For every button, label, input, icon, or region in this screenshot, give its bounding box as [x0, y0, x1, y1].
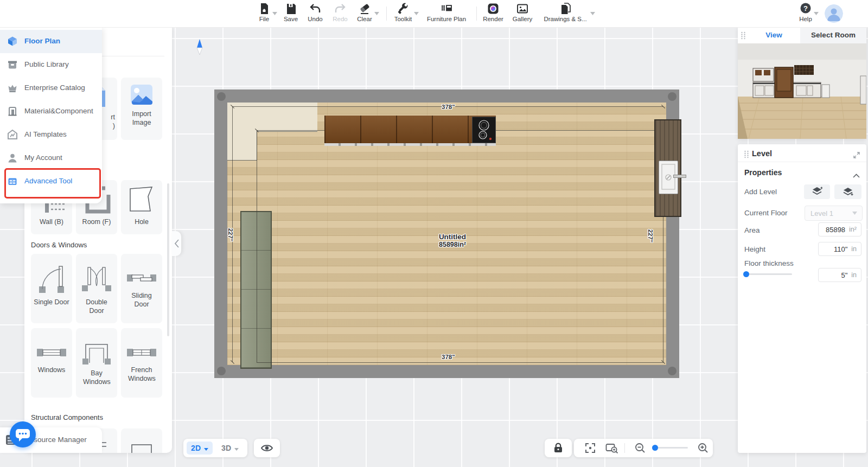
height-unit: in: [851, 245, 857, 253]
save-button[interactable]: Save: [278, 2, 304, 22]
redo-icon: [327, 2, 353, 15]
refrigerator[interactable]: [659, 161, 678, 194]
add-level-above-button[interactable]: [804, 184, 830, 199]
panel-scrollbar[interactable]: [167, 183, 169, 336]
menu-item-my-account[interactable]: My Account: [0, 146, 102, 170]
toolkit-button[interactable]: Toolkit: [390, 2, 416, 22]
wall-corner-joint[interactable]: [668, 367, 676, 375]
menu-item-ai-templates[interactable]: AI Templates: [0, 123, 102, 146]
fridge-handle: [673, 175, 686, 178]
render-button[interactable]: Render: [480, 2, 506, 22]
panel-collapse-button[interactable]: [172, 231, 181, 256]
drag-handle-icon[interactable]: [741, 31, 746, 42]
wall-corner-joint[interactable]: [217, 92, 226, 101]
kitchen-counter-run[interactable]: [324, 116, 496, 144]
zoom-in-button[interactable]: [698, 443, 709, 456]
menu-item-advanced-tool[interactable]: Advanced Tool: [0, 170, 102, 193]
zoom-region-button[interactable]: [605, 443, 618, 456]
add-level-below-button[interactable]: [834, 184, 861, 199]
sliding-door-tile[interactable]: Sliding Door: [121, 254, 162, 323]
floor-thickness-slider-handle[interactable]: [743, 271, 749, 277]
zoom-slider-handle[interactable]: [652, 445, 658, 451]
floor-thickness-slider-track[interactable]: [745, 273, 792, 275]
french-windows-tile[interactable]: French Windows: [121, 328, 162, 398]
zoom-slider-track[interactable]: [653, 447, 688, 449]
properties-header: Properties: [744, 168, 782, 177]
menu-item-enterprise-catalog[interactable]: Enterprise Catalog: [0, 76, 102, 100]
3d-preview[interactable]: [738, 43, 866, 139]
menu-item-public-library[interactable]: Public Library: [0, 53, 102, 76]
structural-tile[interactable]: [121, 428, 162, 453]
user-avatar[interactable]: [825, 4, 843, 23]
mode-2d-button[interactable]: 2D: [187, 442, 213, 455]
undo-icon: [302, 2, 328, 15]
panel-divider: [738, 162, 866, 162]
current-floor-label: Current Floor: [744, 209, 788, 217]
floor-thickness-input[interactable]: 5" in: [818, 268, 861, 282]
drawings-button[interactable]: Drawings & S...: [541, 2, 590, 22]
room-tool-label: Room (F): [77, 218, 116, 227]
undo-button[interactable]: Undo: [302, 2, 328, 22]
drag-handle-icon[interactable]: [744, 150, 749, 161]
drawings-icon: [541, 2, 590, 15]
toolkit-label: Toolkit: [390, 16, 416, 22]
import-image-tile[interactable]: Import Image: [121, 78, 162, 140]
expand-panel-icon[interactable]: [853, 151, 860, 161]
lock-button[interactable]: [545, 439, 572, 457]
room-floor[interactable]: 378" 378" 227" 227" Untitled 85898in²: [227, 103, 666, 365]
windows-tile[interactable]: Windows: [31, 328, 72, 398]
fit-view-button[interactable]: [585, 443, 596, 456]
current-floor-select[interactable]: Level 1: [805, 206, 863, 221]
height-input[interactable]: 110" in: [818, 242, 861, 256]
floor-thickness-label: Floor thickness: [744, 259, 794, 267]
menu-item-floor-plan[interactable]: Floor Plan: [0, 30, 102, 53]
area-unit: in²: [849, 226, 857, 233]
wall-corner-joint[interactable]: [668, 92, 676, 101]
tab-select-room[interactable]: Select Room: [800, 27, 866, 43]
sliding-door-icon: [121, 269, 162, 290]
beige-area-top[interactable]: [227, 103, 317, 132]
furniture-plan-button[interactable]: Furniture Plan: [422, 2, 471, 22]
floor-plan-canvas[interactable]: 378" 378" 227" 227" Untitled 85898in²: [214, 89, 679, 378]
save-label: Save: [278, 16, 304, 22]
area-value: 85898: [826, 226, 845, 234]
zoom-controls: [574, 439, 713, 457]
bay-windows-icon: [76, 338, 117, 367]
toolkit-menu-caret[interactable]: [414, 8, 419, 17]
chat-support-button[interactable]: [10, 421, 36, 447]
single-door-tile[interactable]: Single Door: [31, 254, 72, 323]
file-menu-caret[interactable]: [272, 8, 277, 17]
area-input[interactable]: 85898 in²: [818, 222, 861, 236]
ai-templates-label: AI Templates: [24, 130, 67, 138]
clear-button[interactable]: Clear: [352, 2, 378, 22]
cooktop[interactable]: [472, 117, 496, 143]
gallery-label: Gallery: [509, 16, 535, 22]
svg-text:?: ?: [803, 4, 808, 12]
double-door-tile[interactable]: Double Door: [76, 254, 117, 323]
gallery-button[interactable]: Gallery: [509, 2, 535, 22]
doors-windows-header: Doors & Windows: [31, 241, 87, 249]
current-floor-value: Level 1: [810, 209, 833, 217]
help-menu-caret[interactable]: [814, 8, 819, 17]
mode-3d-button[interactable]: 3D: [217, 442, 243, 455]
room-label[interactable]: Untitled 85898in²: [412, 233, 493, 248]
menu-item-material-component[interactable]: Material&Component: [0, 100, 102, 123]
zoom-out-button[interactable]: [635, 443, 646, 456]
height-value: 110": [834, 245, 847, 253]
mode-2d-label: 2D: [191, 444, 201, 452]
tab-view[interactable]: View: [748, 27, 800, 43]
collapse-section-icon[interactable]: [853, 170, 860, 180]
bay-windows-label: Bay Windows: [83, 369, 110, 386]
redo-label: Redo: [327, 16, 353, 22]
wall-corner-joint[interactable]: [217, 367, 226, 375]
dimension-right: 227": [647, 229, 654, 243]
tall-cabinet-unit[interactable]: [654, 119, 681, 217]
floor-thickness-unit: in: [851, 271, 857, 279]
redo-button[interactable]: Redo: [327, 2, 353, 22]
clear-icon: [352, 2, 378, 15]
bay-windows-tile[interactable]: Bay Windows: [76, 328, 117, 398]
clear-menu-caret[interactable]: [374, 8, 379, 17]
drawings-menu-caret[interactable]: [590, 8, 595, 17]
visibility-button[interactable]: [254, 439, 280, 457]
hole-tool-tile[interactable]: Hole: [121, 180, 162, 234]
